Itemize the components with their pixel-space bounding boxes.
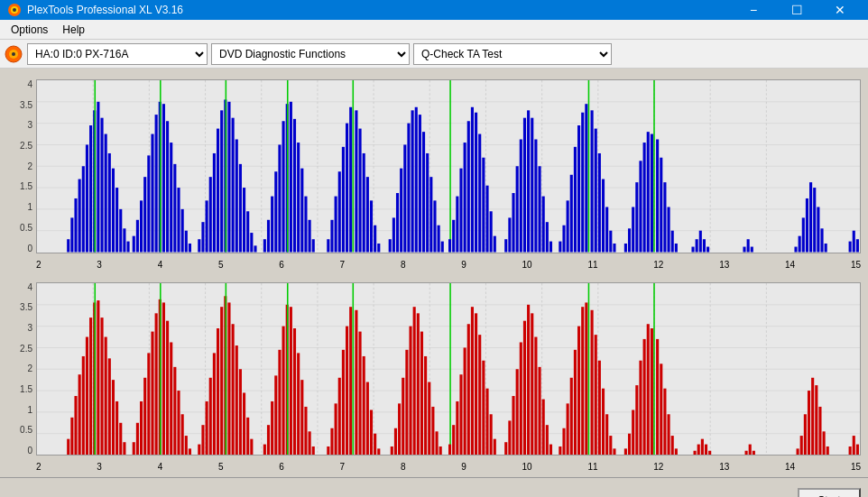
svg-rect-380: [753, 450, 755, 455]
svg-rect-44: [133, 236, 135, 253]
svg-rect-192: [806, 198, 808, 253]
svg-rect-339: [542, 399, 545, 455]
maximize-button[interactable]: ☐: [776, 0, 817, 20]
svg-rect-299: [374, 433, 376, 455]
svg-rect-53: [162, 104, 165, 252]
svg-rect-162: [602, 179, 605, 253]
svg-rect-259: [213, 353, 216, 455]
svg-rect-248: [166, 320, 169, 455]
start-button[interactable]: Start: [798, 488, 861, 498]
svg-rect-348: [581, 307, 584, 455]
svg-rect-375: [701, 438, 704, 455]
svg-rect-280: [293, 328, 296, 455]
menu-help[interactable]: Help: [55, 22, 92, 38]
svg-rect-73: [239, 164, 242, 253]
svg-rect-172: [647, 132, 650, 252]
svg-rect-127: [459, 169, 462, 253]
svg-rect-37: [105, 134, 107, 253]
svg-rect-351: [591, 309, 594, 455]
svg-rect-146: [538, 166, 540, 252]
close-button[interactable]: ✕: [819, 0, 861, 20]
svg-rect-358: [624, 448, 627, 455]
svg-rect-367: [656, 338, 659, 455]
svg-rect-304: [402, 377, 404, 455]
svg-rect-302: [394, 428, 397, 455]
svg-rect-119: [429, 177, 432, 252]
svg-rect-361: [635, 385, 638, 455]
svg-point-5: [12, 52, 15, 56]
svg-rect-237: [123, 442, 125, 455]
svg-rect-240: [140, 400, 143, 455]
svg-rect-81: [274, 171, 277, 252]
svg-rect-308: [417, 313, 420, 455]
svg-rect-391: [853, 436, 855, 455]
svg-rect-64: [209, 177, 212, 252]
top-chart-wrapper: 4 3.5 3 2.5 2 1.5 1 0.5 0: [4, 72, 864, 272]
svg-rect-125: [452, 220, 455, 253]
svg-rect-149: [549, 242, 552, 253]
svg-rect-167: [628, 228, 631, 252]
svg-rect-257: [206, 400, 208, 455]
svg-rect-97: [342, 147, 345, 253]
svg-rect-317: [452, 425, 455, 455]
drive-selector[interactable]: HA:0 ID:0 PX-716A: [27, 43, 208, 65]
svg-rect-132: [478, 134, 481, 253]
svg-rect-30: [82, 166, 85, 252]
svg-rect-238: [133, 442, 135, 455]
svg-rect-104: [366, 177, 369, 252]
svg-rect-161: [598, 153, 601, 253]
svg-rect-39: [112, 169, 115, 253]
svg-rect-130: [471, 107, 474, 253]
svg-rect-108: [389, 239, 392, 252]
test-selector[interactable]: Q-Check TA Test: [413, 43, 612, 65]
svg-rect-180: [675, 244, 678, 253]
svg-rect-109: [392, 217, 395, 252]
top-chart-svg: [37, 80, 860, 253]
svg-rect-376: [705, 444, 707, 455]
svg-rect-353: [598, 360, 601, 455]
svg-rect-153: [570, 175, 573, 253]
svg-rect-92: [312, 239, 315, 252]
svg-rect-179: [671, 231, 674, 253]
svg-rect-194: [813, 188, 816, 252]
svg-rect-131: [475, 113, 477, 253]
svg-rect-382: [800, 436, 803, 455]
svg-rect-318: [456, 400, 458, 455]
svg-rect-160: [595, 129, 597, 253]
svg-rect-258: [209, 377, 212, 455]
function-selector[interactable]: DVD Diagnostic Functions: [211, 43, 410, 65]
svg-rect-168: [632, 207, 634, 252]
svg-rect-165: [613, 244, 615, 253]
svg-rect-110: [396, 193, 399, 252]
svg-rect-154: [574, 147, 577, 253]
svg-rect-191: [802, 217, 805, 252]
svg-rect-137: [504, 239, 507, 252]
svg-rect-199: [853, 231, 855, 253]
svg-rect-46: [140, 200, 143, 252]
svg-rect-126: [456, 197, 458, 253]
svg-rect-275: [278, 349, 281, 455]
svg-rect-244: [155, 313, 158, 455]
svg-rect-232: [105, 336, 107, 455]
svg-rect-27: [70, 217, 73, 252]
menu-options[interactable]: Options: [4, 22, 55, 38]
svg-rect-195: [817, 207, 819, 252]
svg-rect-182: [696, 239, 698, 252]
svg-rect-360: [632, 410, 634, 455]
svg-rect-290: [342, 349, 345, 455]
svg-rect-88: [297, 143, 300, 252]
main-content: 4 3.5 3 2.5 2 1.5 1 0.5 0: [0, 69, 868, 477]
svg-rect-198: [849, 242, 852, 253]
svg-rect-388: [823, 431, 826, 455]
svg-rect-390: [849, 446, 852, 455]
svg-rect-188: [751, 247, 753, 253]
svg-rect-48: [147, 155, 150, 252]
svg-rect-83: [282, 121, 285, 252]
svg-rect-107: [377, 244, 380, 253]
svg-rect-67: [220, 110, 223, 252]
svg-rect-129: [467, 121, 470, 252]
svg-rect-74: [243, 188, 245, 252]
minimize-button[interactable]: −: [733, 0, 774, 20]
svg-rect-267: [239, 369, 242, 455]
svg-rect-76: [250, 233, 253, 252]
